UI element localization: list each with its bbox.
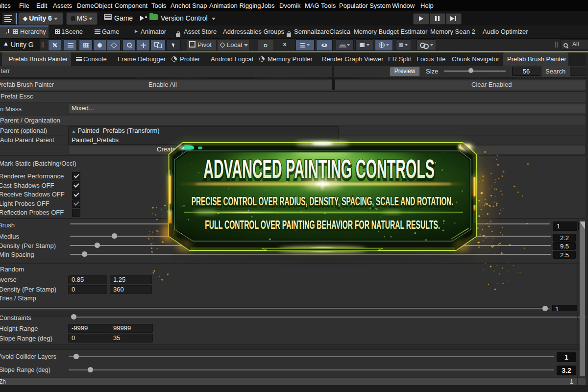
svg-text:FULL CONTROL OVER PAINTING BEH: FULL CONTROL OVER PAINTING BEHAVIOR FOR … [205,219,440,231]
svg-text:ADVANCED PAINTING CONTROLS: ADVANCED PAINTING CONTROLS [203,154,435,183]
svg-text:PRECISE CONTROL OVER RADIUS, D: PRECISE CONTROL OVER RADIUS, DENSITY, SP… [192,195,453,207]
